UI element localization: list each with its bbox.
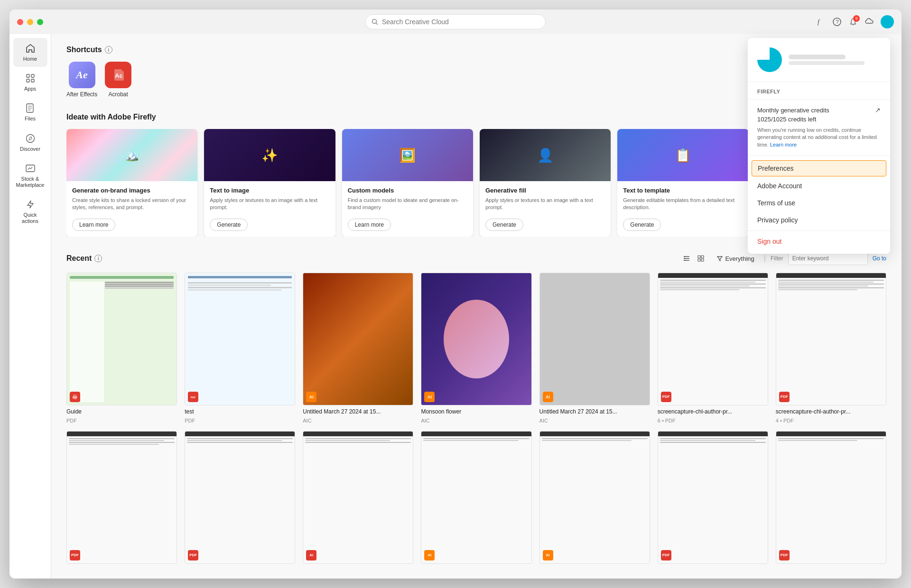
sidebar-item-home[interactable]: Home — [13, 38, 47, 67]
card-btn-tti[interactable]: Generate — [210, 219, 248, 231]
notifications-icon[interactable]: 9 — [848, 17, 858, 27]
sidebar-item-quick-actions[interactable]: Quick actions — [13, 194, 47, 229]
recent-item-r2-7[interactable]: PDF — [776, 431, 886, 564]
shortcut-acrobat[interactable]: Ac Acrobat — [105, 62, 131, 98]
recent-info-icon[interactable]: i — [94, 255, 102, 262]
credits-amount: 1025/1025 credits left — [757, 116, 881, 123]
card-body-brand: Generate on-brand images Create style ki… — [66, 181, 197, 237]
sidebar-item-discover[interactable]: Discover — [13, 128, 47, 157]
profile-email-bar — [789, 61, 865, 65]
close-button[interactable] — [17, 19, 23, 25]
recent-item-r2-2[interactable]: PDF — [185, 431, 295, 564]
svg-rect-15 — [684, 260, 685, 261]
card-title-ttt: Text to template — [623, 187, 743, 194]
search-input[interactable] — [382, 18, 539, 26]
recent-item-r2-3[interactable]: Ai — [303, 431, 413, 564]
shortcut-after-effects[interactable]: Ae After Effects — [66, 62, 97, 98]
recent-item-guide[interactable]: PDF Guide PDF — [66, 273, 177, 423]
search-icon — [372, 18, 378, 25]
sidebar-item-apps[interactable]: Apps — [13, 68, 47, 97]
recent-item-name-untitled1: Untitled March 27 2024 at 15... — [303, 408, 413, 415]
recent-item-r2-4[interactable]: Ai — [421, 431, 531, 564]
view-toggle — [680, 252, 707, 265]
sidebar: Home Apps — [9, 34, 51, 579]
recent-item-r2-5[interactable]: Ai — [539, 431, 650, 564]
minimize-button[interactable] — [27, 19, 33, 25]
recent-item-untitled1[interactable]: Ai Untitled March 27 2024 at 15... AIC — [303, 273, 413, 423]
shortcuts-title-text: Shortcuts — [66, 46, 102, 54]
sidebar-item-discover-label: Discover — [20, 146, 40, 152]
list-view-btn[interactable] — [680, 252, 693, 265]
svg-rect-7 — [27, 79, 29, 82]
recent-section: Recent i — [66, 252, 886, 564]
sidebar-item-files[interactable]: Files — [13, 98, 47, 127]
recent-item-test[interactable]: PDF test PDF — [185, 273, 295, 423]
traffic-lights — [17, 19, 43, 25]
user-avatar[interactable] — [881, 15, 894, 28]
dropdown-item-privacy[interactable]: Privacy policy — [748, 211, 890, 229]
credits-learn-more-link[interactable]: Learn more — [770, 142, 797, 147]
card-body-ttt: Text to template Generate editable templ… — [617, 181, 748, 237]
filter-input[interactable] — [788, 252, 868, 265]
dropdown-item-sign-out[interactable]: Sign out — [748, 233, 890, 250]
svg-text:?: ? — [836, 19, 839, 25]
card-desc-ttt: Generate editable templates from a detai… — [623, 197, 743, 214]
recent-item-r2-6[interactable]: PDF — [658, 431, 768, 564]
sidebar-item-stock[interactable]: Stock & Marketplace — [13, 158, 47, 193]
card-btn-genfill[interactable]: Generate — [485, 219, 523, 231]
recent-item-r2-1[interactable]: PDF — [66, 431, 177, 564]
recent-grid: PDF Guide PDF — [66, 273, 886, 423]
recent-item-sc1[interactable]: PDF screencapture-chl-author-pr... 6 • P… — [658, 273, 768, 423]
card-btn-custom[interactable]: Learn more — [348, 219, 391, 231]
card-desc-genfill: Apply styles or textures to an image wit… — [485, 197, 605, 214]
app-window: f ? 9 — [9, 9, 902, 579]
dropdown-item-terms[interactable]: Terms of use — [748, 194, 890, 211]
fonts-icon[interactable]: f — [816, 17, 826, 27]
search-bar[interactable] — [365, 14, 546, 29]
recent-thumb-test: PDF — [185, 273, 295, 405]
recent-item-untitled2[interactable]: Ai Untitled March 27 2024 at 15... AIC — [539, 273, 650, 423]
card-desc-custom: Find a custom model to ideate and genera… — [348, 197, 467, 214]
recent-grid-row2: PDF — [66, 431, 886, 564]
recent-item-name-untitled2: Untitled March 27 2024 at 15... — [539, 408, 650, 415]
ai-badge-r2-5: Ai — [543, 550, 553, 560]
firefly-title-text: Ideate with Adobe Firefly — [66, 113, 156, 121]
cloud-icon[interactable] — [865, 17, 874, 27]
stock-icon — [25, 163, 36, 174]
svg-text:PDF: PDF — [191, 396, 195, 399]
card-btn-ttt[interactable]: Generate — [623, 219, 661, 231]
recent-item-sc2[interactable]: PDF screencapture-chl-author-pr... 4 • P… — [776, 273, 886, 423]
sidebar-item-files-label: Files — [25, 116, 36, 122]
card-btn-brand[interactable]: Learn more — [72, 219, 115, 231]
recent-thumb-r2-5: Ai — [539, 431, 650, 564]
firefly-card-gen-fill: 👤 Generative fill Apply styles or textur… — [480, 129, 611, 237]
pdf-badge-r2-1: PDF — [70, 550, 80, 560]
recent-item-monsoon[interactable]: Ai Monsoon flower AIC — [421, 273, 531, 423]
recent-thumb-r2-4: Ai — [421, 431, 531, 564]
dropdown-item-adobe-account[interactable]: Adobe Account — [748, 177, 890, 194]
maximize-button[interactable] — [37, 19, 43, 25]
recent-item-name-test: test — [185, 408, 295, 415]
profile-name-bar — [789, 55, 846, 59]
svg-rect-18 — [698, 259, 700, 261]
profile-avatar-inner — [757, 47, 782, 72]
pdf-badge-sc1: PDF — [661, 392, 671, 402]
firefly-card-text-to-template: 📋 Text to template Generate editable tem… — [617, 129, 748, 237]
after-effects-icon: Ae — [69, 62, 95, 88]
profile-avatar — [757, 47, 782, 72]
titlebar-actions: f ? 9 — [816, 15, 894, 28]
credits-external-icon[interactable]: ↗ — [875, 106, 881, 114]
grid-view-btn[interactable] — [695, 252, 707, 265]
pdf-badge-r2-6: PDF — [661, 550, 671, 560]
help-icon[interactable]: ? — [832, 17, 842, 27]
pdf-badge-test: PDF — [188, 392, 198, 402]
dropdown-item-preferences[interactable]: Preferences — [752, 160, 886, 176]
card-title-genfill: Generative fill — [485, 187, 605, 194]
filter-everything-btn[interactable]: Everything — [712, 253, 759, 264]
files-icon — [25, 102, 36, 114]
svg-rect-8 — [31, 79, 34, 82]
recent-item-meta-sc1: 6 • PDF — [658, 418, 768, 423]
goto-btn[interactable]: Go to — [873, 255, 886, 262]
shortcuts-info-icon[interactable]: i — [105, 46, 112, 54]
credits-label: Monthly generative credits — [757, 107, 829, 114]
